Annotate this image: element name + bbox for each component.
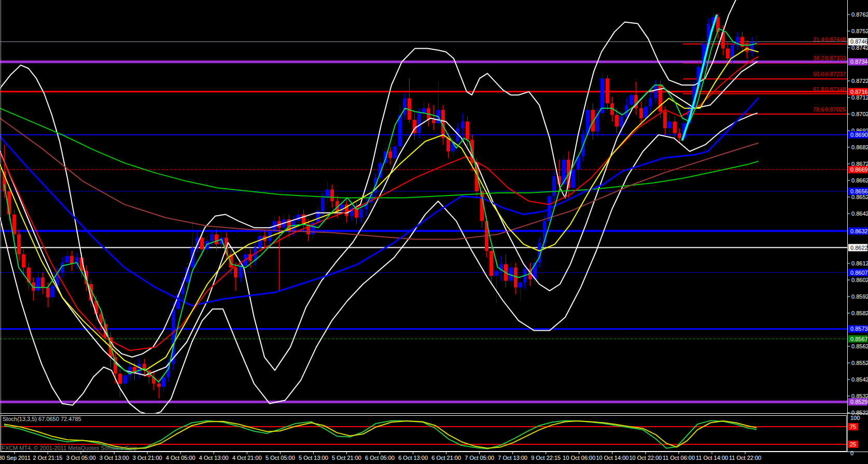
price-badge-label: 0.85290 xyxy=(850,399,868,405)
fib-pct-label: 50.0 xyxy=(813,71,824,77)
fib-pct-label: 78.6 xyxy=(813,106,824,113)
candle-up xyxy=(649,99,652,107)
fib-value-label: 0.87025 xyxy=(825,106,846,113)
candle-up xyxy=(162,377,165,387)
candle-down xyxy=(673,121,677,133)
time-label: 11 Oct 06:00 xyxy=(663,455,695,461)
price-tick-label: 0.86425 xyxy=(851,210,868,217)
time-label: 7 Oct 13:00 xyxy=(498,455,527,461)
candle-down xyxy=(726,49,730,59)
price-badge-label: 0.87340 xyxy=(850,59,868,65)
candle-up xyxy=(258,236,262,247)
chart-canvas[interactable]: 21.40.8744838.20.8733350.00.8723761.80.8… xyxy=(0,0,868,464)
price-badge-label: 0.86690 xyxy=(850,166,868,173)
price-tick-label: 0.85525 xyxy=(851,360,868,366)
time-label: 3 Oct 21:00 xyxy=(133,455,162,461)
time-label: 10 Oct 14:00 xyxy=(596,455,628,461)
price-tick-label: 0.86625 xyxy=(851,177,868,184)
candle-down xyxy=(46,287,50,297)
candle-up xyxy=(755,42,759,43)
time-label: 11 Oct 22:00 xyxy=(729,455,761,461)
time-label: 5 Oct 13:00 xyxy=(299,455,328,461)
time-label: 5 Oct 05:00 xyxy=(265,455,295,461)
candle-down xyxy=(17,234,21,254)
price-tick-label: 0.85825 xyxy=(851,310,868,316)
fib-pct-label: 38.2 xyxy=(813,55,824,61)
candle-down xyxy=(157,384,161,387)
candle-up xyxy=(321,198,325,212)
candle-up xyxy=(65,256,69,263)
fib-value-label: 0.87448 xyxy=(825,36,846,43)
candle-down xyxy=(489,251,493,276)
candle-down xyxy=(22,254,25,268)
candle-up xyxy=(36,277,40,291)
candle-up xyxy=(461,121,465,128)
fib-value-label: 0.87237 xyxy=(825,71,846,77)
candle-up xyxy=(519,283,522,288)
price-badge-label: 0.86560 xyxy=(850,188,868,194)
candle-down xyxy=(432,120,436,123)
time-label: 4 Oct 05:00 xyxy=(166,455,195,461)
time-label: 9 Oct 22:15 xyxy=(531,455,561,461)
candle-up xyxy=(495,271,498,276)
candle-down xyxy=(200,237,204,249)
candle-down xyxy=(663,111,667,128)
mt4-chart-window: 21.40.8744838.20.8733350.00.8723761.80.8… xyxy=(0,0,868,464)
time-label: 10 Oct 06:00 xyxy=(563,455,595,461)
time-label: 7 Oct 05:00 xyxy=(465,455,494,461)
time-label: 6 Oct 21:00 xyxy=(431,455,461,461)
time-label: 6 Oct 05:00 xyxy=(365,455,395,461)
candle-down xyxy=(466,121,469,139)
time-label: 4 Oct 13:00 xyxy=(199,455,229,461)
time-label: 10 Oct 22:00 xyxy=(629,455,662,461)
candle-down xyxy=(12,215,16,234)
price-badge-label: 0.86070 xyxy=(850,270,868,276)
candle-up xyxy=(137,364,141,374)
time-label: 11 Oct 14:00 xyxy=(696,455,728,461)
price-badge-label: 0.86900 xyxy=(850,132,868,138)
price-tick-label: 0.85625 xyxy=(851,343,868,349)
candle-up xyxy=(403,99,407,115)
candle-up xyxy=(359,209,363,218)
candle-down xyxy=(615,115,619,126)
candle-down xyxy=(330,190,334,201)
candle-up xyxy=(654,85,657,99)
candle-up xyxy=(571,170,575,188)
price-badge-label: 0.87461 xyxy=(850,38,868,45)
candle-down xyxy=(118,374,122,384)
candle-up xyxy=(644,107,648,118)
price-tick-label: 0.85425 xyxy=(851,376,868,383)
price-tick-label: 0.87025 xyxy=(851,111,868,117)
price-tick-label: 0.87425 xyxy=(851,45,868,51)
candle-down xyxy=(446,138,450,151)
stoch-scale-label: 100 xyxy=(850,415,860,421)
price-tick-label: 0.86025 xyxy=(851,277,868,283)
price-badge-label: 0.86220 xyxy=(850,245,868,251)
candle-up xyxy=(668,121,671,128)
fib-pct-label: 21.4 xyxy=(813,36,824,43)
price-tick-label: 0.87525 xyxy=(851,28,868,34)
fib-value-label: 0.87333 xyxy=(825,55,846,61)
time-label: 3 Oct 05:00 xyxy=(66,455,96,461)
candle-up xyxy=(210,234,214,241)
stoch-indicator-label: Stoch(13,3,5) 67.0650 72.4785 xyxy=(3,416,81,422)
price-tick-label: 0.87225 xyxy=(851,78,868,84)
price-tick-label: 0.86825 xyxy=(851,144,868,150)
price-tick-label: 0.87625 xyxy=(851,11,868,18)
candle-up xyxy=(123,375,127,384)
price-badge-label: 0.86320 xyxy=(850,228,868,234)
candle-up xyxy=(629,95,633,105)
time-label: 5 Oct 21:00 xyxy=(332,455,361,461)
candle-down xyxy=(234,268,237,277)
candle-down xyxy=(678,133,681,138)
candle-down xyxy=(606,78,609,103)
candle-up xyxy=(172,309,175,364)
candle-down xyxy=(215,234,218,244)
time-label: 3 Oct 13:00 xyxy=(100,455,129,461)
candle-down xyxy=(639,108,643,118)
candle-down xyxy=(41,277,45,287)
time-label: 4 Oct 21:00 xyxy=(232,455,262,461)
candle-up xyxy=(51,286,54,297)
candle-up xyxy=(552,176,556,196)
candle-up xyxy=(417,113,421,133)
